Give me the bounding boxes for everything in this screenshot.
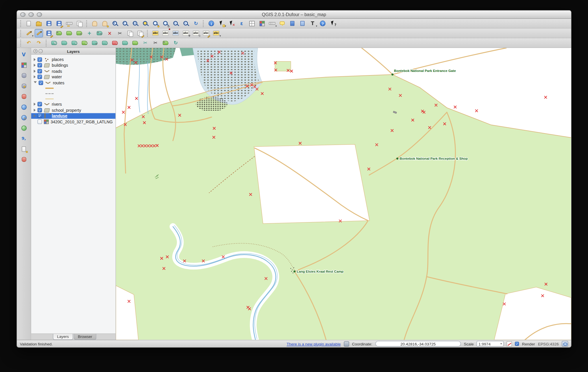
expander-icon[interactable]: [34, 103, 36, 106]
layer-checkbox[interactable]: [38, 63, 42, 68]
stop-render-icon[interactable]: [507, 341, 512, 346]
capture-line-button[interactable]: [65, 29, 73, 38]
add-wcs-layer-button[interactable]: [19, 113, 28, 122]
plugin-icon[interactable]: [344, 341, 349, 346]
zoom-to-selection-button[interactable]: [151, 19, 160, 28]
zoom-last-button[interactable]: ‹: [171, 19, 180, 28]
split-parts-button[interactable]: ✂: [151, 39, 160, 47]
composer-manager-button[interactable]: [75, 19, 84, 28]
crs-status-button[interactable]: [562, 341, 568, 346]
redo-button[interactable]: ↷: [34, 39, 43, 47]
layer-row-water[interactable]: water: [31, 74, 116, 80]
expander-icon[interactable]: [34, 64, 36, 67]
pan-to-selection-button[interactable]: [101, 19, 109, 28]
layer-checkbox[interactable]: [38, 114, 42, 118]
label-rotate-button[interactable]: abc↻: [192, 29, 200, 38]
fill-ring-button[interactable]: [90, 39, 99, 47]
open-attribute-table-button[interactable]: [247, 19, 256, 28]
pan-map-button[interactable]: [90, 19, 99, 28]
plugin-available-link[interactable]: There is a new plugin available: [287, 341, 341, 346]
layer-row-rivers[interactable]: rivers: [31, 101, 116, 107]
tab-browser[interactable]: Browser: [74, 334, 97, 340]
layer-checkbox[interactable]: [38, 108, 42, 112]
zoom-in-button[interactable]: +: [111, 19, 119, 28]
rotate-feature-button[interactable]: ↻: [50, 39, 59, 47]
tab-layers[interactable]: Layers: [53, 334, 73, 340]
copy-features-button[interactable]: [126, 29, 134, 38]
zoom-to-layer-button[interactable]: [161, 19, 170, 28]
map-tips-button[interactable]: [278, 19, 286, 28]
label-move-button[interactable]: abc✥: [182, 29, 190, 38]
undo-button[interactable]: ↶: [24, 39, 33, 47]
layer-row-landuse[interactable]: landuse: [31, 113, 116, 119]
label-settings-button[interactable]: abc▾: [212, 29, 221, 38]
layer-labeling-options-button[interactable]: abc: [151, 29, 160, 38]
split-features-button[interactable]: ✂: [141, 39, 150, 47]
zoom-full-button[interactable]: [141, 19, 150, 28]
layer-row-places[interactable]: places: [31, 57, 116, 62]
expander-icon[interactable]: [34, 58, 36, 61]
map-canvas[interactable]: Bontebok National Park Entrance GateBont…: [116, 48, 571, 340]
label-show-hide-button[interactable]: abc: [171, 29, 180, 38]
layer-row-buildings[interactable]: buildings: [31, 62, 116, 68]
add-part-button[interactable]: +: [80, 39, 89, 47]
reshape-features-button[interactable]: [121, 39, 130, 47]
new-shapefile-layer-button[interactable]: [19, 145, 28, 153]
add-wms-layer-button[interactable]: [19, 103, 28, 111]
save-project-as-button[interactable]: [55, 19, 63, 28]
coordinate-input[interactable]: [375, 341, 461, 346]
layer-checkbox[interactable]: [38, 119, 42, 124]
cut-features-button[interactable]: ✂: [116, 29, 124, 38]
select-features-button[interactable]: ▾: [217, 19, 226, 28]
save-layer-edits-button[interactable]: [45, 29, 53, 38]
expander-icon[interactable]: [34, 114, 36, 117]
text-annotation-button[interactable]: T▾: [308, 19, 317, 28]
add-ring-button[interactable]: +: [70, 39, 79, 47]
node-tool-button[interactable]: [95, 29, 104, 38]
add-postgis-layer-button[interactable]: [19, 71, 28, 80]
current-edits-button[interactable]: ▾: [24, 29, 33, 38]
capture-polygon-button[interactable]: [75, 29, 84, 38]
label-properties-button[interactable]: abc: [202, 29, 210, 38]
refresh-map-button[interactable]: ↻: [192, 19, 200, 28]
new-print-composer-button[interactable]: [65, 19, 73, 28]
layer-checkbox[interactable]: [38, 69, 42, 73]
field-calculator-button[interactable]: [258, 19, 266, 28]
layer-row-school-property[interactable]: school_property: [31, 107, 116, 113]
delete-selected-button[interactable]: ×: [106, 29, 114, 38]
deselect-all-button[interactable]: ×: [227, 19, 236, 28]
layer-checkbox[interactable]: [38, 102, 42, 107]
zoom-native-button[interactable]: 1:1: [131, 19, 140, 28]
new-project-button[interactable]: [24, 19, 33, 28]
layer-row-roads[interactable]: roads: [31, 68, 116, 74]
move-feature-button[interactable]: +: [85, 29, 94, 38]
show-bookmarks-button[interactable]: [298, 19, 307, 28]
open-project-button[interactable]: [34, 19, 43, 28]
layer-checkbox[interactable]: [38, 75, 42, 79]
label-pin-button[interactable]: abc: [161, 29, 170, 38]
expander-icon[interactable]: [34, 70, 36, 72]
toggle-editing-button[interactable]: [34, 29, 43, 38]
add-delimited-text-layer-button[interactable]: 9,: [19, 134, 28, 143]
merge-features-button[interactable]: [161, 39, 170, 47]
save-project-button[interactable]: [45, 19, 53, 28]
expander-icon[interactable]: [34, 75, 36, 78]
render-checkbox[interactable]: [515, 342, 519, 346]
select-by-expression-button[interactable]: ε: [237, 19, 246, 28]
offset-curve-button[interactable]: [131, 39, 140, 47]
zoom-out-button[interactable]: −: [121, 19, 130, 28]
panel-close-button[interactable]: ×: [33, 49, 37, 53]
rotate-point-symbols-button[interactable]: ↻: [171, 39, 180, 47]
zoom-next-button[interactable]: ›: [182, 19, 190, 28]
capture-point-button[interactable]: [55, 29, 63, 38]
add-raster-layer-button[interactable]: [19, 61, 28, 69]
layer-checkbox[interactable]: [39, 81, 43, 85]
paste-features-button[interactable]: [136, 29, 145, 38]
delete-part-button[interactable]: −: [111, 39, 119, 47]
scale-combo[interactable]: 1:9974▾: [477, 341, 504, 346]
expander-icon[interactable]: [34, 109, 36, 111]
whats-this-button[interactable]: ?: [328, 19, 337, 28]
help-button[interactable]: ?: [318, 19, 327, 28]
simplify-feature-button[interactable]: [60, 39, 69, 47]
panel-float-button[interactable]: ◦: [39, 49, 43, 53]
